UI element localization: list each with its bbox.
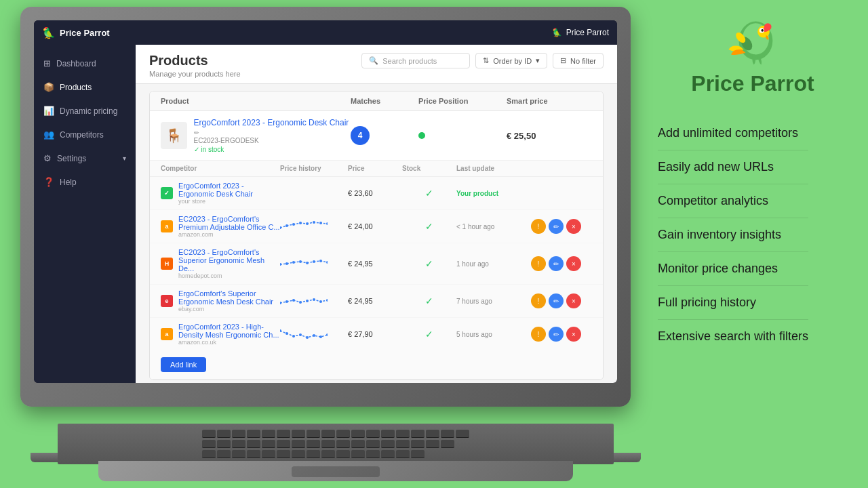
matches-cell: 4 [351,126,418,145]
keyboard-key [202,440,216,448]
keyboard-key [396,430,410,438]
competitor-info: HEC2023 - ErgoComfort's Superior Ergonom… [161,248,280,279]
col-matches: Matches [351,97,418,105]
matches-badge: 4 [351,126,370,145]
competitors-table-header: Competitor Price history Price Stock Las… [150,161,603,177]
competitor-name[interactable]: ErgoComfort's Superior Ergonomic Mesh De… [178,289,280,306]
col-product: Product [161,97,351,105]
features-panel: Price Parrot Add unlimited competitorsEa… [637,0,868,488]
comp-col-price: Price [348,165,402,172]
product-thumbnail: 🪑 [161,122,187,149]
competitor-edit-button[interactable]: ✏ [549,327,564,342]
sidebar-icon: ⚙ [43,153,52,163]
competitor-logo-icon: e [161,295,173,307]
sidebar-item-help[interactable]: ❓ Help [34,170,136,194]
keyboard-key [307,440,320,448]
main-content: Products Manage your products here 🔍 Sea… [136,45,617,383]
competitor-edit-button[interactable]: ✏ [549,293,564,308]
competitor-row: aEC2023 - ErgoComfort's Premium Adjustab… [150,210,603,243]
topbar-right-brand: 🦜 Price Parrot [552,28,609,37]
sort-label: Order by ID [493,57,532,65]
competitor-domain: homedepot.com [178,272,280,279]
products-table: Product Matches Price Position Smart pri… [149,91,604,380]
competitor-domain: amazon.com [178,231,280,238]
competitor-edit-button[interactable]: ✏ [549,256,564,271]
competitor-name[interactable]: EC2023 - ErgoComfort's Premium Adjustabl… [178,215,280,231]
keyboard-key [426,430,439,438]
search-box[interactable]: 🔍 Search products [361,53,470,68]
comp-col-history: Price history [280,165,348,172]
sidebar-item-products[interactable]: 📦 Products [34,75,136,99]
competitor-price: € 27,90 [348,330,402,338]
sidebar-item-dynamic-pricing[interactable]: 📊 Dynamic pricing [34,99,136,123]
competitor-name[interactable]: EC2023 - ErgoComfort's Superior Ergonomi… [178,248,280,272]
competitor-row: ✓ErgoComfort 2023 - Ergonomic Desk Chair… [150,177,603,210]
expand-button[interactable]: ▲ [595,130,604,141]
features-list: Add unlimited competitorsEasily add new … [658,117,808,353]
competitor-warn-button[interactable]: ! [531,256,546,271]
keyboard-rows [202,430,469,458]
competitor-stock: ✓ [402,296,456,306]
col-price-position: Price Position [418,97,507,105]
keyboard-key [351,450,365,458]
search-placeholder: Search products [382,57,437,65]
competitor-name[interactable]: ErgoComfort 2023 - High-Density Mesh Erg… [178,323,280,339]
keyboard-key [411,440,425,448]
competitor-stock: ✓ [402,188,456,199]
competitor-warn-button[interactable]: ! [531,293,546,308]
competitor-row: eErgoComfort's Superior Ergonomic Mesh D… [150,285,603,318]
product-info: 🪑 ErgoComfort 2023 - Ergonomic Desk Chai… [161,118,351,153]
competitor-last-update: 7 hours ago [456,298,531,305]
competitor-last-update: 1 hour ago [456,260,531,268]
competitor-delete-button[interactable]: × [566,256,581,271]
keyboard-key [277,440,290,448]
laptop-trackpad [292,466,380,477]
competitor-delete-button[interactable]: × [566,293,581,308]
sidebar-item-dashboard[interactable]: ⊞ Dashboard [34,52,136,75]
sidebar-label: Products [60,83,92,92]
competitor-warn-button[interactable]: ! [531,327,546,342]
product-stock: ✓ in stock [194,146,351,153]
competitor-info: ✓ErgoComfort 2023 - Ergonomic Desk Chair… [161,182,280,205]
competitor-warn-button[interactable]: ! [531,219,546,234]
keyboard-key [232,430,245,438]
competitor-price: € 24,95 [348,260,402,268]
laptop-screen-outer: 🦜 Price Parrot 🦜 Price Parrot ⊞ Dashboar… [20,7,631,407]
sidebar-icon: 👥 [43,129,54,140]
sidebar-icon: 📊 [43,106,54,116]
keyboard-key [292,440,305,448]
add-link-button[interactable]: Add link [161,357,206,372]
competitor-delete-button[interactable]: × [566,327,581,342]
sort-dropdown[interactable]: ⇅ Order by ID ▾ [475,53,547,68]
competitor-stock: ✓ [402,258,456,269]
keyboard-key [217,440,231,448]
keyboard-key [262,440,275,448]
sidebar-item-competitors[interactable]: 👥 Competitors [34,123,136,146]
sidebar-icon: ⊞ [43,58,51,68]
competitor-name[interactable]: ErgoComfort 2023 - Ergonomic Desk Chair [178,182,280,198]
keyboard-key [277,450,290,458]
competitor-edit-button[interactable]: ✏ [549,219,564,234]
keyboard-key [336,440,350,448]
table-header: Product Matches Price Position Smart pri… [150,92,603,111]
product-sku: EC2023-ERGODESK [194,137,351,144]
competitor-price: € 24,00 [348,222,402,230]
features-title: Price Parrot [658,71,848,96]
topbar-parrot-icon: 🦜 [42,26,56,39]
filter-button[interactable]: ⊟ No filter [553,53,604,68]
svg-point-5 [761,29,764,32]
competitor-price: € 23,60 [348,189,402,197]
sort-chevron-icon: ▾ [536,56,540,65]
keyboard-key [456,430,469,438]
sidebar-item-settings[interactable]: ⚙ Settings ▾ [34,146,136,170]
keyboard-key [292,450,305,458]
price-position-cell [418,132,507,139]
competitor-delete-button[interactable]: × [566,219,581,234]
price-history-sparkline [280,218,348,235]
table-container: Product Matches Price Position Smart pri… [136,84,617,383]
product-name[interactable]: ErgoComfort 2023 - Ergonomic Desk Chair … [194,118,351,137]
keyboard-key [247,430,260,438]
feature-item: Monitor price changes [658,252,808,286]
topbar-brand: 🦜 Price Parrot [42,26,110,39]
feature-item: Gain inventory insights [658,218,808,252]
